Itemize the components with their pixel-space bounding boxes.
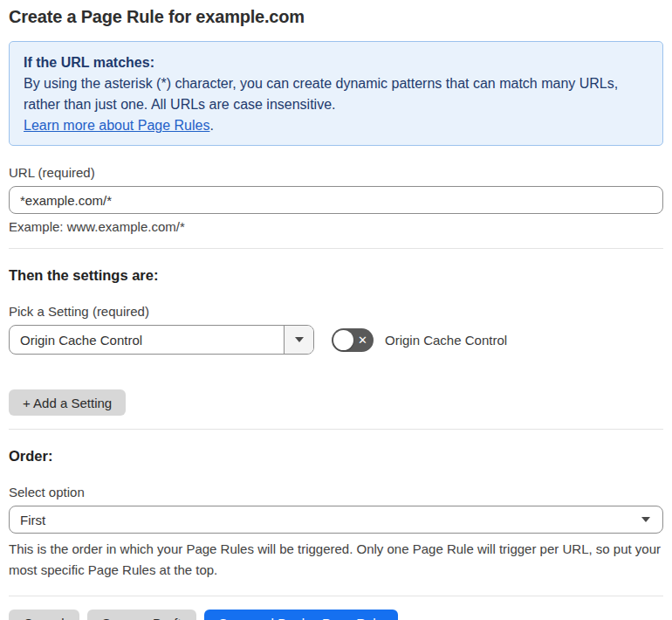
info-box-body: By using the asterisk (*) character, you… [24, 73, 648, 115]
info-box-link-line: Learn more about Page Rules. [24, 115, 648, 136]
url-field-label: URL (required) [9, 165, 663, 180]
cancel-button[interactable]: Cancel [9, 610, 79, 620]
save-and-deploy-button[interactable]: Save and Deploy Page Rule [204, 610, 398, 620]
divider [9, 429, 663, 430]
learn-more-link[interactable]: Learn more about Page Rules [24, 118, 209, 133]
url-input[interactable] [9, 186, 663, 214]
caret-down-icon [295, 337, 304, 342]
url-example-text: Example: www.example.com/* [9, 219, 663, 234]
order-help-text: This is the order in which your Page Rul… [9, 539, 663, 581]
setting-row: Origin Cache Control ✕ Origin Cache Cont… [9, 325, 663, 355]
create-page-rule-form: Create a Page Rule for example.com If th… [0, 0, 672, 620]
caret-down-icon [641, 517, 650, 522]
order-select-value: First [10, 513, 641, 527]
link-period: . [209, 118, 213, 133]
order-select[interactable]: First [9, 506, 663, 534]
order-select-caret-wrap [641, 517, 662, 522]
toggle-knob [333, 330, 353, 350]
footer-actions: Cancel Save as Draft Save and Deploy Pag… [9, 610, 663, 620]
toggle-off-icon: ✕ [358, 334, 367, 346]
divider [9, 596, 663, 596]
info-box-heading: If the URL matches: [24, 52, 648, 73]
add-setting-button[interactable]: + Add a Setting [9, 389, 126, 416]
settings-section-heading: Then the settings are: [9, 267, 663, 284]
page-title: Create a Page Rule for example.com [9, 7, 663, 27]
order-section-heading: Order: [9, 448, 663, 465]
setting-select-value: Origin Cache Control [10, 333, 284, 348]
order-select-label: Select option [9, 485, 663, 499]
url-match-info-box: If the URL matches: By using the asteris… [9, 41, 663, 146]
save-as-draft-button[interactable]: Save as Draft [87, 610, 196, 620]
setting-select-arrow-button[interactable] [284, 326, 313, 354]
origin-cache-control-toggle[interactable]: ✕ [332, 328, 374, 352]
toggle-label: Origin Cache Control [385, 333, 507, 348]
pick-setting-label: Pick a Setting (required) [9, 304, 663, 319]
divider [9, 248, 663, 249]
setting-select[interactable]: Origin Cache Control [9, 325, 314, 355]
